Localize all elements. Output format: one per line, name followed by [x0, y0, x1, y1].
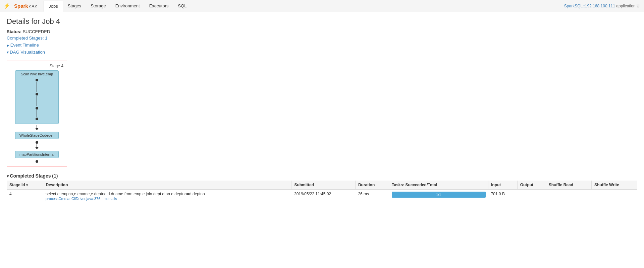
- col-shuffle-read: Shuffle Read: [546, 181, 591, 190]
- task-bar: 1/1: [392, 192, 486, 198]
- navbar: ⚡ Spark 2.4.2 Jobs Stages Storage Enviro…: [0, 0, 644, 12]
- cell-input: 701.0 B: [488, 190, 518, 203]
- nav-item-executors[interactable]: Executors: [145, 1, 173, 11]
- dag-arrow-2: [35, 147, 39, 149]
- completed-stages-header[interactable]: Completed Stages (1): [7, 173, 637, 179]
- spark-logo: ⚡ Spark 2.4.2: [3, 3, 37, 9]
- navbar-right: SparkSQL::192.168.100.111 application UI: [564, 4, 641, 8]
- brand: ⚡ Spark 2.4.2: [3, 3, 37, 9]
- completed-stages-title: Completed Stages (1): [10, 173, 58, 179]
- dag-node-scan: Scan hive hive.emp: [15, 70, 59, 124]
- cell-shuffle-read: [546, 190, 591, 203]
- nav-item-jobs[interactable]: Jobs: [44, 1, 63, 11]
- col-shuffle-write: Shuffle Write: [592, 181, 637, 190]
- app-label: application UI: [616, 4, 641, 8]
- dag-arrow-1: [35, 128, 39, 130]
- nav-item-environment[interactable]: Environment: [111, 1, 145, 11]
- completed-stages-line: Completed Stages: 1: [7, 36, 637, 41]
- status-value: SUCCEEDED: [23, 29, 50, 34]
- stages-table: Stage Id ▾ Description Submitted Duratio…: [7, 181, 637, 203]
- description-link[interactable]: processCmd at CliDriver.java:376: [46, 197, 100, 201]
- nav-item-stages[interactable]: Stages: [63, 1, 86, 11]
- cell-shuffle-write: [592, 190, 637, 203]
- stages-table-body: 4 select e.empno,e.ename,e.deptno,d.dnam…: [7, 190, 637, 203]
- col-duration: Duration: [355, 181, 389, 190]
- task-bar-fill: 1/1: [392, 192, 486, 198]
- completed-stages-arrow: [7, 173, 10, 179]
- event-timeline-toggle[interactable]: Event Timeline: [7, 43, 39, 48]
- col-input: Input: [488, 181, 518, 190]
- spark-flame-icon: ⚡: [3, 3, 13, 9]
- dag-dot-6: [36, 160, 38, 163]
- col-stage-id[interactable]: Stage Id ▾: [7, 181, 43, 190]
- col-description: Description: [43, 181, 291, 190]
- dag-line-1: [37, 82, 37, 92]
- col-submitted: Submitted: [291, 181, 355, 190]
- dag-visualization: Stage 4 Scan hive hive.emp Wh: [7, 61, 67, 166]
- col-output: Output: [517, 181, 546, 190]
- cell-output: [517, 190, 546, 203]
- details-link[interactable]: +details: [104, 196, 117, 201]
- nav-item-storage[interactable]: Storage: [86, 1, 111, 11]
- spark-version: 2.4.2: [29, 4, 37, 8]
- dag-dot-4: [36, 118, 38, 120]
- nav-item-sql[interactable]: SQL: [173, 1, 191, 11]
- dag-line-5: [37, 144, 37, 147]
- page-title: Details for Job 4: [7, 17, 637, 26]
- dag-toggle[interactable]: DAG Visualization: [7, 50, 45, 55]
- cell-duration: 26 ms: [355, 190, 389, 203]
- cell-description: select e.empno,e.ename,e.deptno,d.dname …: [43, 190, 291, 203]
- cell-submitted: 2019/05/22 11:45:02: [291, 190, 355, 203]
- dag-node-mappartitions: mapPartitionsInternal: [15, 151, 59, 158]
- dag-scan-label: Scan hive hive.emp: [21, 72, 53, 76]
- main-content: Details for Job 4 Status: SUCCEEDED Comp…: [0, 12, 644, 208]
- stages-table-header: Stage Id ▾ Description Submitted Duratio…: [7, 181, 637, 190]
- svg-text:⚡: ⚡: [3, 3, 10, 9]
- dag-section: DAG Visualization Stage 4 Scan hive hive…: [7, 50, 637, 166]
- table-row: 4 select e.empno,e.ename,e.deptno,d.dnam…: [7, 190, 637, 203]
- sort-icon: ▾: [26, 183, 28, 187]
- dag-line-3: [37, 110, 37, 117]
- dag-dot-2: [36, 93, 38, 95]
- spark-name: Spark: [14, 3, 28, 9]
- dag-node-wholestage: WholeStageCodegen: [15, 132, 59, 139]
- dag-line-4: [37, 125, 37, 128]
- app-connection-link[interactable]: SparkSQL::192.168.100.111: [564, 4, 615, 8]
- dag-dot-1: [36, 79, 38, 81]
- nav-links: Jobs Stages Storage Environment Executor…: [44, 1, 191, 11]
- dag-line-2: [37, 96, 37, 106]
- dag-stage-label: Stage 4: [10, 64, 63, 68]
- description-main: select e.empno,e.ename,e.deptno,d.dname …: [46, 192, 289, 196]
- dag-dot-5: [36, 141, 38, 144]
- status-label: Status:: [7, 29, 21, 34]
- cell-stage-id: 4: [7, 190, 43, 203]
- event-timeline-section: Event Timeline: [7, 43, 637, 48]
- status-line: Status: SUCCEEDED: [7, 29, 637, 34]
- completed-stages-link[interactable]: Completed Stages: 1: [7, 36, 47, 41]
- col-tasks: Tasks: Succeeded/Total: [389, 181, 488, 190]
- cell-tasks: 1/1: [389, 190, 488, 203]
- dag-dot-3: [36, 107, 38, 110]
